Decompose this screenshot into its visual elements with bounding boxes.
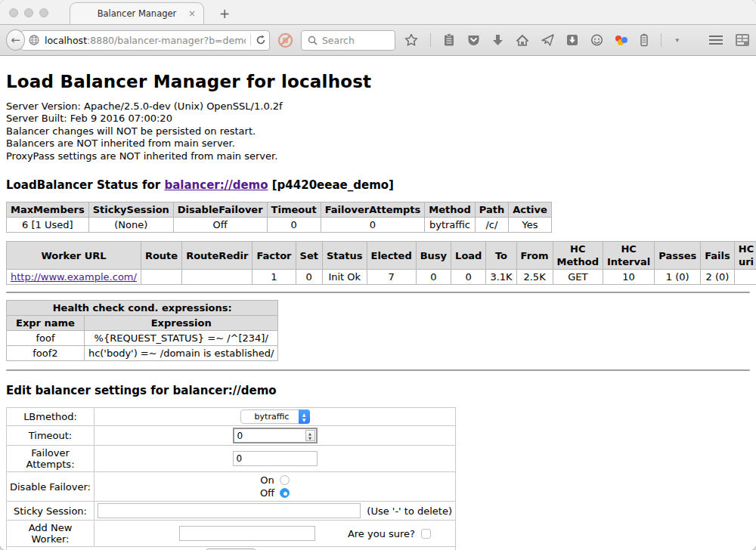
battery-icon[interactable] bbox=[640, 33, 649, 47]
cell-timeout: 0 bbox=[267, 218, 321, 233]
are-you-sure-label: Are you sure? bbox=[348, 528, 415, 539]
cell-expression: hc('body') =~ /domain is established/ bbox=[84, 346, 278, 361]
feedback-smiley-icon[interactable] bbox=[590, 34, 603, 47]
col-busy: Busy bbox=[416, 242, 451, 270]
send-icon[interactable] bbox=[541, 34, 554, 46]
zoom-window-button[interactable] bbox=[39, 8, 48, 17]
col-elected: Elected bbox=[367, 242, 416, 270]
minimize-window-button[interactable] bbox=[24, 8, 33, 17]
col-hc-uri: HC uri bbox=[734, 242, 756, 270]
content-blocked-icon[interactable] bbox=[277, 32, 293, 48]
cell-busy: 0 bbox=[416, 270, 451, 285]
close-window-button[interactable] bbox=[9, 8, 18, 17]
worker-table: Worker URL Route RouteRedir Factor Set S… bbox=[6, 241, 756, 285]
col-fails: Fails bbox=[701, 242, 735, 270]
cell-factor: 1 bbox=[253, 270, 296, 285]
reload-icon[interactable] bbox=[256, 35, 266, 45]
window-controls[interactable] bbox=[9, 8, 48, 17]
disable-failover-on-radio[interactable] bbox=[280, 475, 290, 485]
lbmethod-select[interactable]: bytraffic ▲▼ bbox=[240, 409, 310, 424]
disable-failover-off-radio[interactable] bbox=[280, 488, 290, 498]
form-row-failover-attempts: Failover Attempts: bbox=[7, 446, 456, 472]
failover-attempts-input[interactable] bbox=[233, 451, 318, 466]
col-path: Path bbox=[475, 202, 508, 218]
grid-panel-icon[interactable] bbox=[735, 33, 750, 47]
edit-settings-heading: Edit balancer settings for balancer://de… bbox=[6, 384, 750, 397]
col-hc-interval: HC Interval bbox=[603, 242, 654, 270]
cell-method: bytraffic bbox=[425, 218, 475, 233]
form-row-disable-failover: Disable Failover: On Off bbox=[7, 472, 456, 502]
search-bar[interactable]: Search bbox=[301, 30, 396, 51]
status-heading-prefix: LoadBalancer Status for bbox=[6, 178, 164, 192]
toolbar-divider bbox=[430, 33, 431, 47]
cell-active: Yes bbox=[509, 218, 552, 233]
col-method: Method bbox=[425, 202, 475, 218]
form-row-lbmethod: LBmethod: bytraffic ▲▼ bbox=[7, 408, 456, 426]
number-spinner-icon[interactable]: ▲▼ bbox=[305, 430, 315, 441]
chevron-down-icon[interactable]: ▾ bbox=[675, 36, 679, 44]
cell-hc-uri bbox=[734, 270, 756, 285]
persist-note-line: Balancer changes will NOT be persisted o… bbox=[6, 125, 750, 138]
col-factor: Factor bbox=[253, 242, 296, 270]
loadbalancer-status-heading: LoadBalancer Status for balancer://demo … bbox=[6, 178, 750, 192]
server-version-line: Server Version: Apache/2.5.0-dev (Unix) … bbox=[6, 100, 750, 113]
bookmark-star-icon[interactable] bbox=[404, 33, 418, 47]
cell-path: /c/ bbox=[475, 218, 508, 233]
cell-passes: 1 (0) bbox=[655, 270, 701, 285]
col-status: Status bbox=[322, 242, 367, 270]
col-from: From bbox=[516, 242, 553, 270]
page-content: Load Balancer Manager for localhost Serv… bbox=[0, 56, 756, 550]
worker-url-link[interactable]: http://www.example.com/ bbox=[11, 271, 137, 283]
sticky-session-label: Sticky Session: bbox=[7, 502, 94, 521]
col-failoverattempts: FailoverAttempts bbox=[321, 202, 425, 218]
disable-failover-label: Disable Failover: bbox=[7, 472, 94, 502]
table-row: foof2 hc('body') =~ /domain is establish… bbox=[7, 346, 278, 361]
timeout-input[interactable] bbox=[237, 431, 305, 441]
add-worker-input[interactable] bbox=[179, 526, 315, 541]
status-heading-suffix: [p4420eeae_demo] bbox=[268, 178, 394, 192]
col-to: To bbox=[486, 242, 516, 270]
are-you-sure-checkbox[interactable] bbox=[421, 529, 431, 539]
search-icon bbox=[308, 36, 318, 45]
cell-maxmembers: 6 [1 Used] bbox=[7, 218, 89, 233]
col-active: Active bbox=[509, 202, 552, 218]
new-tab-button[interactable]: + bbox=[215, 6, 234, 21]
sticky-session-hint: (Use '-' to delete) bbox=[367, 505, 452, 517]
pocket-icon[interactable] bbox=[467, 34, 480, 46]
globe-icon bbox=[29, 35, 39, 45]
cell-elected: 7 bbox=[367, 270, 416, 285]
cell-route bbox=[141, 270, 181, 285]
sticky-session-input[interactable] bbox=[98, 503, 361, 518]
cell-expr-name: foof2 bbox=[7, 346, 85, 361]
server-info: Server Version: Apache/2.5.0-dev (Unix) … bbox=[6, 100, 750, 162]
lbmethod-label: LBmethod: bbox=[7, 408, 94, 426]
download-arrow-icon[interactable] bbox=[492, 34, 503, 46]
table-row: foof %{REQUEST_STATUS} =~ /^[234]/ bbox=[7, 331, 278, 346]
balancer-demo-link[interactable]: balancer://demo bbox=[164, 178, 268, 192]
url-host: localhost bbox=[45, 35, 87, 46]
browser-window: Balancer Manager × + ← localhost:8880/ba… bbox=[0, 0, 756, 550]
select-stepper-icon: ▲▼ bbox=[299, 409, 310, 424]
clipboard-icon[interactable] bbox=[443, 33, 455, 47]
inherit-note-line: Balancers are NOT inherited from main se… bbox=[6, 138, 750, 150]
cell-expr-name: foof bbox=[7, 331, 85, 346]
close-tab-icon[interactable]: × bbox=[188, 8, 196, 19]
cell-hc-method: GET bbox=[553, 270, 603, 285]
cell-routeredir bbox=[182, 270, 253, 285]
radio-on-label: On bbox=[260, 474, 274, 487]
home-icon[interactable] bbox=[516, 34, 529, 47]
toolbar-divider bbox=[661, 33, 662, 47]
form-row-add-worker: Add New Worker: Are you sure? bbox=[7, 521, 456, 547]
menu-hamburger-icon[interactable] bbox=[709, 36, 723, 45]
tab-balancer-manager[interactable]: Balancer Manager × bbox=[70, 2, 204, 24]
cell-expression: %{REQUEST_STATUS} =~ /^[234]/ bbox=[84, 331, 278, 346]
proxypass-note-line: ProxyPass settings are NOT inherited fro… bbox=[6, 150, 750, 162]
colorful-dots-icon[interactable] bbox=[615, 35, 627, 45]
url-text[interactable]: localhost:8880/balancer-manager?b=demo&n… bbox=[45, 35, 246, 46]
url-path: :8880/balancer-manager?b=demo&nonce=decc… bbox=[87, 35, 246, 46]
back-button[interactable]: ← bbox=[6, 29, 25, 51]
col-routeredir: RouteRedir bbox=[182, 242, 253, 270]
col-expr-name: Expr name bbox=[7, 316, 85, 331]
downloads-panel-icon[interactable] bbox=[566, 34, 578, 46]
url-bar[interactable]: localhost:8880/balancer-manager?b=demo&n… bbox=[20, 30, 270, 51]
